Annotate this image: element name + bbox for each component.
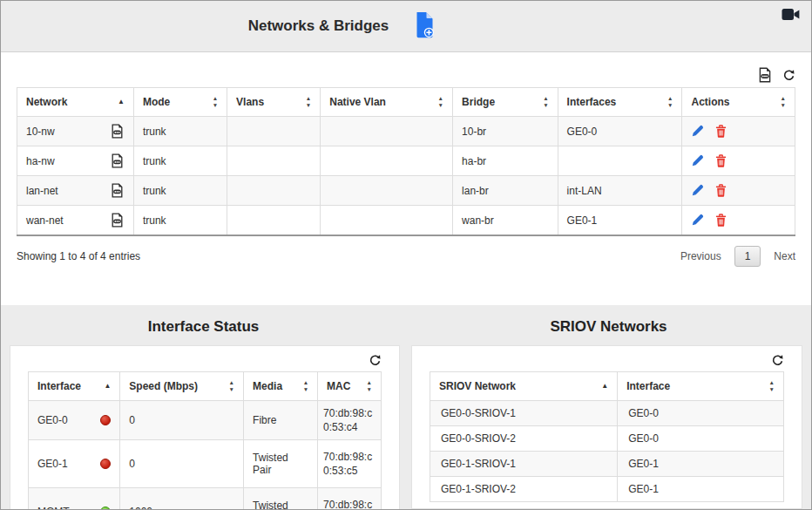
network-vlans (227, 176, 321, 206)
network-native-vlan (321, 117, 453, 146)
network-mode: trunk (133, 176, 227, 206)
table-row: GE0-1-SRIOV-1 GE0-1 (430, 452, 784, 477)
column-header-bridge[interactable]: Bridge▲▼ (453, 88, 558, 117)
interface-name: MGMT (37, 506, 70, 509)
network-vlans (227, 206, 321, 236)
column-header-mac[interactable]: MAC▲▼ (318, 372, 382, 401)
column-header-media[interactable]: Media▲▼ (244, 372, 318, 401)
interface-speed: 0 (120, 440, 244, 488)
column-header-native-vlan[interactable]: Native Vlan▲▼ (321, 88, 453, 117)
sort-icon: ▲▼ (543, 96, 548, 108)
sriov-network-name: GE0-0-SRIOV-1 (430, 401, 618, 426)
table-row: lan-net trunk lan-br int-LAN (17, 176, 795, 206)
interface-media: Twisted Pair (244, 440, 318, 488)
sort-icon: ▲▼ (213, 96, 218, 108)
sriov-network-name: GE0-1-SRIOV-2 (430, 477, 618, 502)
column-header-network[interactable]: Network▲ (17, 88, 134, 117)
pagination-page-1[interactable]: 1 (734, 246, 761, 267)
column-header-mode[interactable]: Mode▲▼ (133, 88, 227, 117)
sort-icon: ▲▼ (438, 96, 443, 108)
interface-media: Twisted Pair (244, 488, 318, 509)
log-file-icon[interactable] (110, 153, 125, 168)
status-dot (100, 459, 111, 469)
interface-name: GE0-0 (37, 414, 68, 426)
refresh-icon[interactable] (771, 354, 784, 367)
sriov-table-header-row: SRIOV Network▲ Interface▲▼ (430, 372, 784, 401)
edit-pencil-icon[interactable] (691, 125, 704, 138)
lower-section: Interface Status Interface▲ Speed (Mbps)… (1, 305, 811, 509)
column-header-vlans[interactable]: Vlans▲▼ (227, 88, 321, 117)
table-row: GE0-1 0 Twisted Pair 70:db:98:c0:53:c5 (29, 440, 382, 488)
sort-icon: ▲▼ (367, 380, 372, 392)
interface-table-header-row: Interface▲ Speed (Mbps)▲▼ Media▲▼ MAC▲▼ (29, 372, 382, 401)
networks-table-header-row: Network▲ Mode▲▼ Vlans▲▼ Native Vlan▲▼ Br… (17, 88, 795, 117)
network-bridge: lan-br (453, 176, 558, 206)
sort-asc-icon: ▲ (104, 383, 111, 390)
network-vlans (227, 146, 321, 176)
column-header-sriov-interface[interactable]: Interface▲▼ (618, 372, 784, 401)
column-header-interfaces[interactable]: Interfaces▲▼ (558, 88, 682, 117)
table-row: GE0-0-SRIOV-2 GE0-0 (430, 426, 784, 452)
network-name: wan-net (26, 214, 64, 227)
sriov-interface: GE0-1 (618, 477, 784, 502)
table-row: GE0-0-SRIOV-1 GE0-0 (430, 401, 784, 426)
sriov-interface: GE0-1 (618, 452, 784, 477)
delete-trash-icon[interactable] (715, 184, 727, 197)
network-native-vlan (321, 146, 453, 176)
sort-asc-icon: ▲ (118, 99, 125, 105)
edit-pencil-icon[interactable] (691, 184, 704, 197)
table-row: ha-nw trunk ha-br (17, 146, 795, 176)
networks-table: Network▲ Mode▲▼ Vlans▲▼ Native Vlan▲▼ Br… (17, 87, 795, 236)
video-camera-icon (782, 8, 800, 24)
interface-mac: 70:db:98:c0:54:38 (318, 488, 382, 509)
table-row: GE0-1-SRIOV-2 GE0-1 (430, 477, 784, 502)
sort-icon: ▲▼ (306, 96, 311, 108)
top-header-bar: Networks & Bridges (1, 1, 811, 52)
screen-record-button[interactable] (782, 8, 800, 24)
network-interfaces: GE0-0 (558, 117, 682, 146)
log-file-icon[interactable] (110, 124, 125, 139)
pagination-next[interactable]: Next (774, 250, 795, 262)
log-file-icon[interactable] (110, 183, 125, 198)
pagination-previous[interactable]: Previous (680, 250, 721, 262)
sort-icon: ▲▼ (769, 380, 775, 392)
delete-trash-icon[interactable] (715, 214, 727, 227)
network-interfaces: int-LAN (558, 176, 682, 206)
entries-info: Showing 1 to 4 of 4 entries (17, 250, 140, 262)
log-file-icon[interactable] (110, 213, 125, 228)
section-title-interface-status: Interface Status (1, 318, 406, 336)
sort-icon: ▲▼ (667, 96, 673, 108)
sriov-interface: GE0-0 (618, 426, 784, 452)
pagination: Previous 1 Next (680, 246, 795, 267)
add-network-button[interactable] (415, 11, 435, 41)
network-interfaces: GE0-1 (558, 206, 682, 236)
delete-trash-icon[interactable] (715, 125, 727, 138)
refresh-icon[interactable] (369, 354, 382, 367)
networks-bridges-panel: Network▲ Mode▲▼ Vlans▲▼ Native Vlan▲▼ Br… (1, 52, 811, 305)
column-header-interface[interactable]: Interface▲ (29, 372, 120, 401)
column-header-actions[interactable]: Actions▲▼ (682, 88, 795, 117)
table-row: wan-net trunk wan-br GE0-1 (17, 206, 795, 236)
delete-trash-icon[interactable] (715, 154, 727, 167)
network-bridge: wan-br (453, 206, 558, 236)
sriov-interface: GE0-0 (618, 401, 784, 426)
sort-icon: ▲▼ (303, 380, 308, 392)
interface-mac: 70:db:98:c0:53:c5 (318, 440, 382, 488)
sriov-networks-panel: SRIOV Network▲ Interface▲▼ GE0-0-SRIOV-1… (411, 345, 802, 509)
column-header-speed[interactable]: Speed (Mbps)▲▼ (120, 372, 244, 401)
edit-pencil-icon[interactable] (691, 154, 704, 167)
table-row: GE0-0 0 Fibre 70:db:98:c0:53:c4 (29, 401, 382, 440)
network-vlans (227, 117, 321, 146)
export-csv-icon[interactable] (757, 67, 773, 83)
edit-pencil-icon[interactable] (691, 214, 704, 227)
interface-speed: 1000 (120, 488, 244, 509)
interface-status-panel: Interface▲ Speed (Mbps)▲▼ Media▲▼ MAC▲▼ … (10, 345, 400, 509)
network-name: 10-nw (26, 126, 55, 138)
sort-icon: ▲▼ (229, 380, 234, 392)
network-mode: trunk (133, 146, 227, 176)
refresh-icon[interactable] (782, 69, 795, 82)
sriov-network-name: GE0-0-SRIOV-2 (430, 426, 618, 452)
column-header-sriov-network[interactable]: SRIOV Network▲ (430, 372, 618, 401)
network-mode: trunk (133, 206, 227, 236)
file-plus-icon (415, 11, 435, 41)
